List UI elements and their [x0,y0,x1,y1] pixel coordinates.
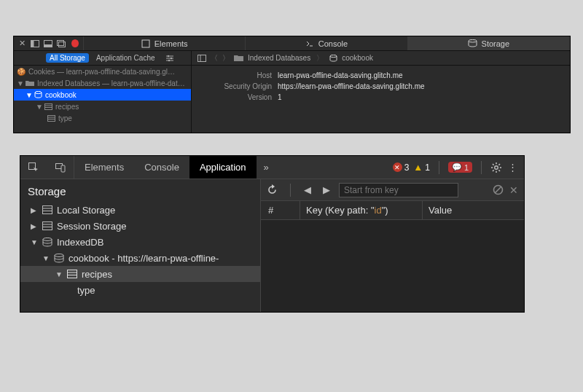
svg-line-29 [493,164,494,165]
breadcrumb-db[interactable]: cookbook [342,54,373,62]
error-count-value: 3 [404,162,410,173]
sidebar-recipes[interactable]: ▼ recipes [20,266,260,282]
divider [439,161,439,174]
tab-application[interactable]: Application [189,156,257,179]
issues-badge[interactable]: 💬1 [448,162,472,173]
database-icon [54,254,64,263]
disclosure-triangle-icon: ▼ [17,79,23,87]
database-icon [34,91,42,98]
warning-count-value: 1 [425,162,430,173]
host-key: Host [202,71,272,79]
tree-cookbook[interactable]: ▼ cookbook [14,89,191,101]
tree-indexed-databases[interactable]: ▼ Indexed Databases — learn-pwa-offline-… [14,77,191,89]
error-indicator-icon[interactable] [71,39,79,47]
sidebar-type[interactable]: type [20,282,260,298]
tab-elements[interactable]: Elements [74,156,134,179]
kebab-menu-icon[interactable]: ⋮ [506,162,518,173]
nav-fwd-icon[interactable]: 〉 [222,53,230,63]
clear-object-store-icon[interactable] [493,184,504,196]
safari-sub-bar: All Storage Application Cache 〈 〉 Indexe… [14,51,570,66]
tab-console[interactable]: Console [134,156,189,179]
inspect-icon[interactable] [28,162,39,173]
svg-point-39 [43,238,52,240]
tab-console-label: Console [318,39,348,48]
sidebar-session-storage[interactable]: ▶ Session Storage [20,218,260,234]
tabs-overflow-icon[interactable]: » [257,156,276,179]
tab-elements[interactable]: Elements [84,36,246,50]
tree-idb-label: Indexed Databases — learn-pwa-offline-da… [37,79,185,87]
divider [481,161,482,174]
dock-bottom-icon[interactable] [44,39,52,48]
breadcrumb-idb[interactable]: Indexed Databases [248,54,310,62]
database-icon [329,55,337,62]
disclosure-triangle-icon: ▶ [31,222,38,230]
svg-point-9 [170,57,171,58]
storage-icon [42,222,52,230]
all-storage-badge[interactable]: All Storage [46,53,89,63]
tree-cookies-label: Cookies — learn-pwa-offline-data-saving.… [28,68,175,76]
popout-icon[interactable] [57,39,66,48]
svg-line-32 [498,164,500,165]
warning-count[interactable]: ▲1 [413,162,430,173]
cookie-icon: 🍪 [17,68,26,76]
safari-window-controls: ✕ [14,36,84,50]
device-toggle-icon[interactable] [55,162,66,173]
tree-recipes[interactable]: ▼ recipes [14,101,191,112]
filter-settings-icon[interactable] [165,54,174,63]
app-cache-filter[interactable]: Application Cache [96,54,155,62]
close-icon[interactable]: ✕ [18,39,26,48]
tree-type[interactable]: type [14,112,191,124]
tab-storage[interactable]: Storage [408,36,570,50]
col-index[interactable]: # [261,201,300,219]
error-count[interactable]: ✕3 [393,162,410,173]
safari-storage-tree: 🍪 Cookies — learn-pwa-offline-data-savin… [14,66,192,133]
gear-icon[interactable] [490,162,502,173]
delete-selected-icon[interactable]: ✕ [509,184,518,196]
sidebar-cookbook-label: cookbook - https://learn-pwa-offline- [69,253,219,264]
sidebar-toggle-icon[interactable] [197,55,206,62]
start-key-input[interactable] [339,183,458,197]
divider [290,184,291,197]
tab-console-label: Console [144,162,179,173]
prev-page-icon[interactable]: ◀ [301,184,314,195]
console-icon [305,39,314,48]
chrome-table-header: # Key (Key path: "id") Value [261,201,524,220]
table-icon [44,103,52,110]
refresh-icon[interactable] [267,184,280,195]
storage-icon [42,205,52,214]
sidebar-indexeddb[interactable]: ▼ IndexedDB [20,234,260,250]
svg-rect-5 [57,40,63,45]
svg-line-45 [495,187,501,192]
table-icon [67,270,77,278]
disclosure-triangle-icon: ▼ [42,254,50,262]
disclosure-triangle-icon: ▼ [26,91,31,99]
svg-point-40 [55,254,63,256]
svg-point-8 [167,55,168,56]
svg-rect-23 [61,165,65,172]
database-icon [42,238,52,247]
sidebar-local-storage[interactable]: ▶ Local Storage [20,202,260,218]
sidebar-cookbook[interactable]: ▼ cookbook - https://learn-pwa-offline- [20,250,260,266]
safari-breadcrumb-bar: 〈 〉 Indexed Databases 〉 cookbook [192,51,570,65]
chrome-table-body[interactable] [261,220,524,312]
svg-line-31 [493,170,494,171]
tree-cookies[interactable]: 🍪 Cookies — learn-pwa-offline-data-savin… [14,66,191,77]
chrome-devtools-window: Elements Console Application » ✕3 ▲1 💬1 … [20,155,525,313]
dock-side-icon[interactable] [31,39,39,48]
tab-console[interactable]: Console [246,36,407,50]
folder-icon [26,80,34,87]
col-key[interactable]: Key (Key path: "id") [300,201,423,219]
sidebar-type-label: type [77,285,95,296]
folder-icon [234,55,243,62]
warning-icon: ▲ [413,162,423,173]
col-value[interactable]: Value [423,205,524,216]
chat-icon: 💬 [452,162,462,172]
svg-line-30 [498,170,500,171]
next-page-icon[interactable]: ▶ [320,184,333,195]
svg-point-14 [35,91,42,93]
version-value: 1 [278,93,282,101]
col-key-suffix: ") [382,205,388,216]
nav-back-icon[interactable]: 〈 [211,53,218,63]
breadcrumb-sep-icon: 〉 [316,53,324,63]
elements-icon [141,39,150,48]
